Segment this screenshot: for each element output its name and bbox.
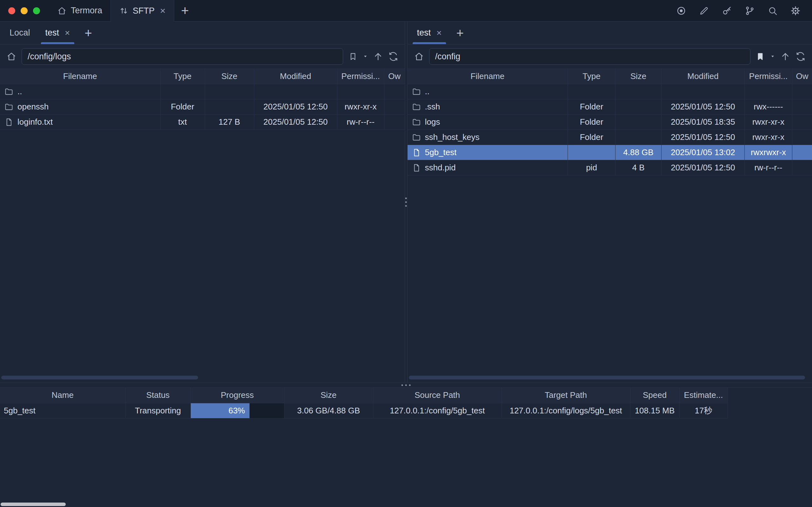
close-icon[interactable]: × — [435, 29, 442, 38]
minimize-window-button[interactable] — [21, 7, 28, 14]
search-icon[interactable] — [764, 3, 781, 19]
tab-test-right[interactable]: test × — [410, 21, 449, 44]
size-cell — [615, 84, 661, 99]
column-header-filename[interactable]: Filename — [0, 69, 160, 84]
tab-label: Termora — [71, 6, 102, 15]
column-header-name[interactable]: Name — [0, 388, 125, 403]
home-icon[interactable] — [6, 51, 16, 62]
transfer-status-cell: Transporting — [125, 403, 191, 418]
scrollbar-thumb[interactable] — [1, 376, 198, 380]
close-window-button[interactable] — [8, 7, 15, 14]
column-header-owner[interactable]: Ow — [792, 69, 812, 84]
column-header-size[interactable]: Size — [284, 388, 373, 403]
new-left-pane-tab-button[interactable]: + — [77, 21, 99, 44]
folder-icon — [412, 87, 421, 96]
new-window-tab-button[interactable]: + — [174, 0, 196, 21]
transfer-speed-cell: 108.15 MB — [630, 403, 679, 418]
pane-splitter[interactable] — [405, 21, 408, 383]
close-icon[interactable]: × — [159, 6, 166, 15]
transfer-row[interactable]: 5gb_test Transporting 63% 3.06 GB/4.88 G… — [0, 403, 727, 418]
column-header-filename[interactable]: Filename — [408, 69, 568, 84]
zoom-window-button[interactable] — [33, 7, 40, 14]
folder-icon — [4, 87, 13, 96]
table-row[interactable]: openssh Folder 2025/01/05 12:50 rwxr-xr-… — [0, 99, 405, 115]
settings-gear-icon[interactable] — [787, 3, 804, 19]
table-row[interactable]: loginfo.txt txt 127 B 2025/01/05 12:50 r… — [0, 115, 405, 130]
filename-cell: openssh — [0, 99, 160, 115]
right-path-input[interactable] — [429, 48, 751, 65]
left-pane-tabs: Local test × + — [0, 21, 405, 44]
table-row[interactable]: ssh_host_keys Folder 2025/01/05 12:50 rw… — [408, 130, 812, 145]
column-header-speed[interactable]: Speed — [630, 388, 679, 403]
file-icon — [4, 118, 13, 127]
column-header-permissions[interactable]: Permissi... — [337, 69, 384, 84]
table-row[interactable]: .ssh Folder 2025/01/05 12:50 rwx------ — [408, 99, 812, 115]
window-horizontal-scrollbar-thumb[interactable] — [1, 503, 66, 506]
tab-label: test — [45, 28, 59, 38]
up-directory-icon[interactable] — [780, 51, 791, 62]
table-row[interactable]: .. — [0, 84, 405, 99]
permissions-cell — [337, 84, 384, 99]
table-row-selected[interactable]: 5gb_test 4.88 GB 2025/01/05 13:02 rwxrwx… — [408, 145, 812, 160]
size-cell — [615, 130, 661, 145]
left-file-table: Filename Type Size Modified Permissi... … — [0, 68, 405, 130]
key-icon[interactable] — [719, 3, 735, 19]
bookmark-icon[interactable] — [348, 52, 358, 61]
tab-sftp[interactable]: SFTP × — [110, 0, 174, 21]
size-cell: 4 B — [615, 160, 661, 175]
modified-cell: 2025/01/05 12:50 — [661, 130, 745, 145]
transfer-arrows-icon — [119, 6, 128, 15]
refresh-icon[interactable] — [796, 51, 806, 62]
chevron-down-icon[interactable] — [770, 54, 775, 59]
left-path-input[interactable] — [21, 48, 343, 65]
size-cell — [615, 115, 661, 130]
folder-icon — [412, 133, 421, 142]
scrollbar-thumb[interactable] — [409, 376, 805, 380]
column-header-source-path[interactable]: Source Path — [373, 388, 501, 403]
column-header-estimate[interactable]: Estimate... — [679, 388, 727, 403]
column-header-target-path[interactable]: Target Path — [501, 388, 630, 403]
modified-cell: 2025/01/05 12:50 — [661, 99, 745, 115]
table-row[interactable]: sshd.pid pid 4 B 2025/01/05 12:50 rw-r--… — [408, 160, 812, 175]
branch-icon[interactable] — [742, 3, 758, 19]
tab-termora[interactable]: Termora — [49, 0, 110, 21]
column-header-type[interactable]: Type — [568, 69, 615, 84]
edit-icon[interactable] — [696, 3, 712, 19]
refresh-icon[interactable] — [388, 51, 398, 62]
column-header-permissions[interactable]: Permissi... — [745, 69, 792, 84]
modified-cell: 2025/01/05 12:50 — [254, 115, 337, 130]
right-horizontal-scrollbar[interactable] — [408, 376, 812, 380]
record-icon[interactable] — [673, 3, 690, 19]
transfer-target-cell: 127.0.0.1:/config/logs/5gb_test — [501, 403, 630, 418]
left-horizontal-scrollbar[interactable] — [0, 376, 405, 380]
filename-cell: ssh_host_keys — [408, 130, 568, 145]
transfer-splitter[interactable] — [0, 383, 812, 388]
tab-local[interactable]: Local — [2, 21, 38, 44]
table-row[interactable]: logs Folder 2025/01/05 18:35 rwxr-xr-x — [408, 115, 812, 130]
column-header-type[interactable]: Type — [160, 69, 205, 84]
owner-cell — [792, 115, 812, 130]
permissions-cell: rwxr-xr-x — [745, 130, 792, 145]
new-right-pane-tab-button[interactable]: + — [449, 21, 471, 44]
filename-cell: loginfo.txt — [0, 115, 160, 130]
table-header-row: Filename Type Size Modified Permissi... … — [0, 69, 405, 84]
column-header-size[interactable]: Size — [615, 69, 661, 84]
home-icon[interactable] — [414, 51, 424, 62]
table-row[interactable]: .. — [408, 84, 812, 99]
filename-cell: .. — [408, 84, 568, 99]
titlebar: Termora SFTP × + — [0, 0, 812, 21]
column-header-modified[interactable]: Modified — [661, 69, 745, 84]
close-icon[interactable]: × — [63, 29, 70, 38]
tab-test-left[interactable]: test × — [38, 21, 78, 44]
file-icon — [412, 148, 421, 157]
tab-label: Local — [9, 28, 30, 38]
column-header-size[interactable]: Size — [205, 69, 254, 84]
owner-cell — [384, 84, 405, 99]
column-header-owner[interactable]: Ow — [384, 69, 405, 84]
bookmark-filled-icon[interactable] — [756, 52, 765, 61]
up-directory-icon[interactable] — [373, 51, 383, 62]
column-header-progress[interactable]: Progress — [191, 388, 284, 403]
column-header-status[interactable]: Status — [125, 388, 191, 403]
column-header-modified[interactable]: Modified — [254, 69, 337, 84]
chevron-down-icon[interactable] — [363, 54, 368, 59]
